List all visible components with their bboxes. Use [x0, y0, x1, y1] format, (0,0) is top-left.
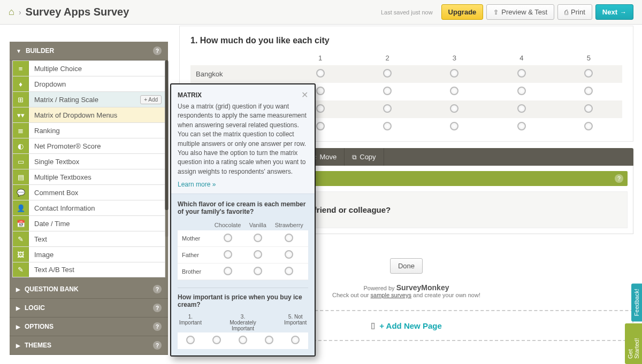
builder-item-multiple-textboxes[interactable]: ▤Multiple Textboxes: [12, 169, 165, 184]
radio-option[interactable]: [450, 69, 458, 78]
builder-item-text[interactable]: ✎Text: [12, 231, 165, 246]
example-question-1: Which flavor of ice cream is each member…: [178, 200, 308, 215]
builder-item-multiple-choice[interactable]: ≡Multiple Choice: [12, 60, 165, 76]
example-row-label: Mother: [178, 230, 210, 247]
matrix-column-header: 3: [421, 51, 488, 65]
question-type-icon: ♦: [13, 76, 29, 91]
get-started-tab[interactable]: Get Started!: [625, 323, 642, 364]
breadcrumb-separator: ›: [19, 8, 21, 17]
radio-option[interactable]: [383, 122, 392, 130]
tooltip-title: MATRIX: [178, 91, 202, 99]
builder-item-date-time[interactable]: 📅Date / Time: [12, 215, 165, 231]
home-icon[interactable]: ⌂: [9, 6, 14, 18]
builder-item-label: Date / Time: [29, 220, 165, 228]
section-label: THEMES: [25, 342, 51, 349]
feedback-tab[interactable]: Feedback!: [631, 283, 642, 321]
matrix-tooltip: MATRIX ✕ Use a matrix (grid) question if…: [170, 83, 316, 357]
add-button[interactable]: + Add: [140, 95, 162, 104]
question-type-icon: ▭: [13, 154, 29, 169]
radio-option[interactable]: [383, 104, 392, 113]
help-icon[interactable]: ?: [153, 304, 162, 312]
radio-option[interactable]: [316, 69, 325, 78]
radio-option: [239, 336, 247, 344]
close-icon[interactable]: ✕: [301, 90, 308, 100]
sample-surveys-link[interactable]: sample surveys: [371, 292, 411, 298]
question-bank-section-header[interactable]: ▶ QUESTION BANK ?: [10, 280, 168, 299]
help-icon[interactable]: ?: [153, 285, 162, 293]
radio-option: [224, 267, 232, 275]
logic-section-header[interactable]: ▶ LOGIC ?: [10, 299, 168, 317]
learn-more-link[interactable]: Learn more »: [171, 181, 315, 193]
matrix-row-label: Bangkok: [190, 65, 287, 83]
matrix-column-header: 2: [354, 51, 421, 65]
builder-section-header[interactable]: ▼ BUILDER ?: [10, 42, 168, 60]
builder-item-text-a-b-test[interactable]: ✎Text A/B Test: [12, 262, 165, 277]
page-icon: ▯: [371, 321, 375, 330]
builder-item-matrix-rating-scale[interactable]: ⊞Matrix / Rating Scale+ Add: [12, 91, 165, 107]
builder-item-contact-information[interactable]: 👤Contact Information: [12, 200, 165, 215]
help-icon[interactable]: ?: [615, 174, 623, 183]
radio-option[interactable]: [517, 69, 526, 78]
help-icon[interactable]: ?: [153, 322, 162, 331]
options-section-header[interactable]: ▶ OPTIONS ?: [10, 317, 168, 336]
builder-item-image[interactable]: 🖼Image: [12, 246, 165, 262]
example-col-header: Vanilla: [246, 220, 270, 230]
preview-test-button[interactable]: ⇪Preview & Test: [486, 4, 554, 20]
done-button[interactable]: Done: [390, 258, 423, 274]
section-label: LOGIC: [25, 304, 45, 312]
radio-option[interactable]: [383, 69, 392, 78]
builder-item-dropdown[interactable]: ♦Dropdown: [12, 76, 165, 91]
radio-option[interactable]: [316, 104, 325, 113]
help-icon[interactable]: ?: [153, 341, 162, 350]
radio-option[interactable]: [383, 87, 392, 95]
builder-item-label: Comment Box: [29, 189, 165, 197]
builder-item-label: Single Textbox: [29, 158, 165, 166]
sidebar-scrollbar[interactable]: [165, 60, 169, 237]
builder-item-label: Matrix of Dropdown Menus: [29, 111, 165, 119]
radio-option[interactable]: [316, 87, 325, 95]
arrow-right-icon: →: [620, 9, 626, 16]
builder-item-comment-box[interactable]: 💬Comment Box: [12, 184, 165, 200]
chevron-right-icon: ▶: [16, 305, 20, 311]
radio-option[interactable]: [450, 87, 458, 95]
question-type-icon: 🖼: [13, 247, 29, 262]
radio-option: [212, 336, 221, 344]
radio-option[interactable]: [517, 87, 526, 95]
builder-item-matrix-of-dropdown-menus[interactable]: ▾▾Matrix of Dropdown Menus: [12, 107, 165, 122]
matrix-column-header: 1: [287, 51, 354, 65]
upgrade-button[interactable]: Upgrade: [441, 4, 484, 20]
builder-item-ranking[interactable]: ≣Ranking: [12, 122, 165, 138]
radio-option[interactable]: [316, 122, 325, 130]
builder-item-label: Multiple Textboxes: [29, 173, 165, 181]
radio-option[interactable]: [584, 104, 593, 113]
question-title: 1. How much do you like each city: [190, 36, 622, 45]
question-type-icon: ✎: [13, 231, 29, 246]
radio-option: [291, 336, 300, 344]
radio-option: [285, 234, 293, 242]
tooltip-description: Use a matrix (grid) question if you want…: [171, 102, 315, 181]
copy-tab[interactable]: ⧉Copy: [345, 148, 384, 166]
radio-option[interactable]: [517, 122, 526, 130]
themes-section-header[interactable]: ▶ THEMES ?: [10, 336, 168, 355]
builder-item-label: Text: [29, 235, 165, 243]
builder-item-net-promoter-score[interactable]: ◐Net Promoter® Score: [12, 138, 165, 153]
scale-label: [257, 313, 283, 332]
radio-option: [285, 267, 293, 275]
builder-item-label: Multiple Choice: [29, 65, 165, 73]
scale-label: 3. Moderately Important: [228, 313, 257, 332]
builder-item-single-textbox[interactable]: ▭Single Textbox: [12, 153, 165, 169]
radio-option[interactable]: [450, 122, 458, 130]
question-type-icon: 📅: [13, 216, 29, 231]
print-button[interactable]: ⎙Print: [557, 4, 592, 20]
radio-option[interactable]: [584, 122, 593, 130]
radio-option[interactable]: [584, 87, 593, 95]
radio-option: [285, 250, 293, 259]
page-title: Survey Apps Survey: [26, 6, 129, 18]
question-type-icon: ≣: [13, 123, 29, 138]
radio-option[interactable]: [450, 104, 458, 113]
radio-option[interactable]: [584, 69, 593, 78]
radio-option[interactable]: [517, 104, 526, 113]
next-button[interactable]: Next→: [595, 4, 633, 20]
help-icon[interactable]: ?: [153, 47, 162, 55]
print-icon: ⎙: [564, 9, 568, 16]
